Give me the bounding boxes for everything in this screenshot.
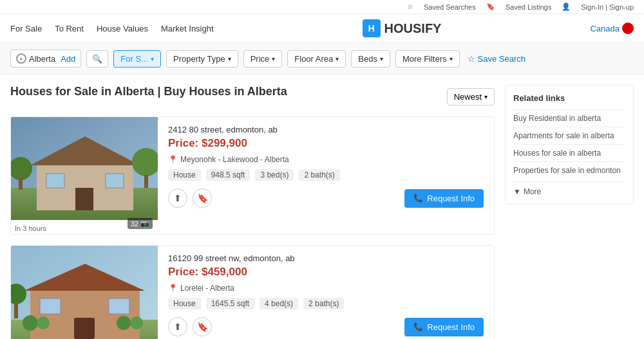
table-row: 32 📷 In 3 hours 2412 80 street, edmonton… bbox=[10, 116, 495, 235]
listing-price-1: Price: $299,900 bbox=[168, 137, 484, 150]
save-button-1[interactable]: 🔖 bbox=[193, 188, 212, 208]
listings-panel: Houses for Sale in Alberta | Buy Houses … bbox=[10, 85, 495, 339]
add-label[interactable]: Add bbox=[61, 54, 75, 64]
related-link-0[interactable]: Buy Residential in alberta bbox=[513, 109, 625, 127]
svg-rect-10 bbox=[144, 175, 148, 188]
phone-icon: 📞 bbox=[413, 194, 423, 203]
sort-button[interactable]: Newest ▾ bbox=[447, 88, 495, 105]
listing-body-2: 16120 99 street nw, edmonton, ab Price: … bbox=[158, 246, 494, 339]
bookmark-icon2: 🔖 bbox=[486, 3, 495, 11]
sort-chevron-icon: ▾ bbox=[484, 93, 488, 100]
tag-type-2: House bbox=[168, 298, 201, 309]
svg-rect-16 bbox=[40, 298, 61, 314]
tag-area-1: 948.5 sqft bbox=[206, 169, 251, 181]
pin-icon2: 📍 bbox=[168, 284, 178, 293]
canada-flag-icon bbox=[622, 23, 634, 34]
camera-icon: 📷 bbox=[140, 219, 149, 228]
svg-rect-17 bbox=[109, 298, 129, 314]
logo: H HOUSIFY bbox=[363, 19, 442, 37]
chevron-down-icon5: ▾ bbox=[380, 55, 383, 62]
page-title: Houses for Sale in Alberta | Buy Houses … bbox=[10, 85, 287, 98]
floor-area-filter[interactable]: Floor Area ▾ bbox=[287, 50, 346, 68]
tag-baths-1: 2 bath(s) bbox=[299, 169, 339, 181]
tag-area-2: 1645.5 sqft bbox=[206, 298, 254, 309]
canada-selector[interactable]: Canada bbox=[590, 23, 634, 34]
for-sale-label: For S... bbox=[120, 54, 148, 64]
listing-image-1 bbox=[11, 117, 158, 220]
related-link-2[interactable]: Houses for sale in alberta bbox=[513, 144, 625, 161]
nav-bar: For Sale To Rent House Values Market Ins… bbox=[0, 14, 644, 43]
listing-actions-2: ⬆ 🔖 📞 Request Info bbox=[168, 317, 484, 336]
location-tag: ● Alberta Add bbox=[10, 50, 81, 68]
more-filters-label: More Filters bbox=[402, 54, 447, 64]
price-label: Price bbox=[251, 54, 270, 64]
arrow-down-icon: ▼ bbox=[513, 187, 521, 196]
floor-area-label: Floor Area bbox=[294, 54, 333, 64]
top-bar-right: ☆ Saved Searches 🔖 Saved Listings 👤 Sign… bbox=[407, 3, 634, 11]
nav-to-rent[interactable]: To Rent bbox=[55, 24, 84, 33]
svg-point-18 bbox=[23, 315, 38, 331]
chevron-down-icon: ▾ bbox=[151, 55, 154, 62]
related-link-1[interactable]: Apartments for sale in alberta bbox=[513, 127, 625, 144]
location-text-1: Meyonohk - Lakewood - Alberta bbox=[180, 155, 289, 164]
share-button-2[interactable]: ⬆ bbox=[168, 317, 187, 336]
image-count-1: 32 📷 bbox=[128, 218, 153, 229]
logo-text: HOUSIFY bbox=[384, 21, 442, 36]
listing-actions-1: ⬆ 🔖 📞 Request Info bbox=[168, 188, 484, 208]
request-info-button-1[interactable]: 📞 Request Info bbox=[404, 189, 484, 208]
related-link-3[interactable]: Properties for sale in edmonton bbox=[513, 161, 625, 179]
request-info-label-2: Request Info bbox=[427, 322, 475, 332]
canada-label: Canada bbox=[590, 24, 620, 33]
property-type-label: Property Type bbox=[173, 54, 225, 64]
star-icon: ☆ bbox=[468, 54, 475, 64]
related-links-box: Related links Buy Residential in alberta… bbox=[505, 85, 634, 205]
save-search-button[interactable]: ☆ Save Search bbox=[468, 54, 526, 64]
beds-filter[interactable]: Beds ▾ bbox=[351, 50, 390, 68]
sort-row: Houses for Sale in Alberta | Buy Houses … bbox=[10, 85, 495, 109]
more-label: More bbox=[524, 187, 541, 196]
location-circle-icon: ● bbox=[16, 53, 26, 64]
tag-type-1: House bbox=[168, 169, 201, 181]
tag-baths-2: 2 bath(s) bbox=[303, 298, 344, 309]
nav-house-values[interactable]: House Values bbox=[97, 24, 148, 33]
save-button-2[interactable]: 🔖 bbox=[193, 317, 212, 336]
listing-tags-1: House 948.5 sqft 3 bed(s) 2 bath(s) bbox=[168, 169, 484, 181]
for-sale-filter[interactable]: For S... ▾ bbox=[113, 50, 161, 68]
request-info-button-2[interactable]: 📞 Request Info bbox=[404, 318, 484, 336]
action-icons-2: ⬆ 🔖 bbox=[168, 317, 212, 336]
saved-searches-link[interactable]: Saved Searches bbox=[424, 3, 476, 11]
location-label: Alberta bbox=[29, 54, 55, 64]
listing-image-2 bbox=[11, 246, 158, 339]
nav-market-insight[interactable]: Market Insight bbox=[161, 24, 214, 33]
property-type-filter[interactable]: Property Type ▾ bbox=[166, 50, 238, 68]
top-bar: ☆ Saved Searches 🔖 Saved Listings 👤 Sign… bbox=[0, 0, 644, 14]
beds-label: Beds bbox=[358, 54, 377, 64]
user-icon: 👤 bbox=[562, 3, 571, 11]
more-link[interactable]: ▼ More bbox=[513, 181, 625, 196]
chevron-down-icon2: ▾ bbox=[228, 55, 231, 62]
listing-image-wrap-2: 48 📷 In 2 hours bbox=[11, 246, 158, 339]
signin-link[interactable]: Sign-In | Sign-up bbox=[581, 3, 634, 11]
sidebar: Related links Buy Residential in alberta… bbox=[505, 85, 634, 339]
price-filter[interactable]: Price ▾ bbox=[243, 50, 283, 68]
pin-icon: 📍 bbox=[168, 155, 178, 164]
search-button[interactable]: 🔍 bbox=[86, 50, 108, 68]
nav-links: For Sale To Rent House Values Market Ins… bbox=[10, 24, 214, 33]
content-area: Houses for Sale in Alberta | Buy Houses … bbox=[0, 75, 644, 339]
svg-point-19 bbox=[37, 316, 50, 329]
svg-rect-8 bbox=[19, 178, 23, 190]
svg-rect-15 bbox=[74, 318, 95, 339]
more-filters-filter[interactable]: More Filters ▾ bbox=[395, 50, 460, 68]
listing-image-wrap-1: 32 📷 In 3 hours bbox=[11, 117, 158, 234]
listing-address-1: 2412 80 street, edmonton, ab bbox=[168, 125, 484, 134]
saved-listings-link[interactable]: Saved Listings bbox=[506, 3, 552, 11]
listing-price-2: Price: $459,000 bbox=[168, 266, 484, 279]
image-count-label-1: 32 bbox=[131, 220, 138, 228]
chevron-down-icon3: ▾ bbox=[272, 55, 275, 62]
sort-label: Newest bbox=[454, 92, 482, 102]
share-button-1[interactable]: ⬆ bbox=[168, 188, 187, 208]
svg-rect-4 bbox=[75, 188, 93, 210]
nav-for-sale[interactable]: For Sale bbox=[10, 24, 42, 33]
svg-point-20 bbox=[117, 316, 131, 330]
request-info-label-1: Request Info bbox=[427, 194, 475, 203]
